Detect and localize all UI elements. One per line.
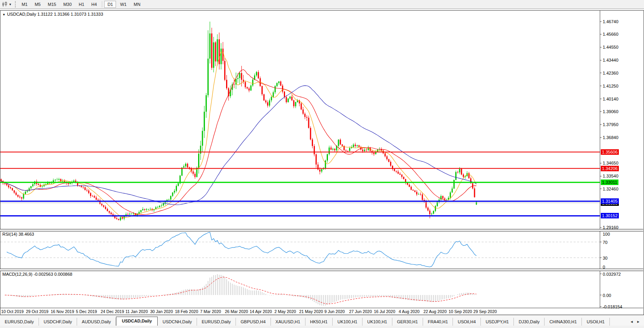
chart-tab-xauusd-h1[interactable]: XAUUSD,H1	[271, 318, 305, 326]
chart-tab-hk50-h1[interactable]: HK50,H1	[305, 318, 333, 326]
tab-scroll-arrows: ◄ ►	[627, 319, 644, 326]
chart-type-dropdown-arrow[interactable]: ▼	[9, 3, 12, 6]
chart-tab-eurusd-daily[interactable]: EURUSD,Daily	[0, 318, 39, 326]
timeframe-button-m1[interactable]: M1	[18, 1, 31, 8]
timeframe-toolbar: ▼ M1M5M15M30H1H4D1W1MN	[0, 0, 644, 9]
date-tick-label: 7 Mar 2020	[200, 309, 221, 314]
timeframe-button-m5[interactable]: M5	[31, 1, 44, 8]
date-tick-label: 29 Sep 2020	[473, 309, 497, 314]
rsi-label: RSI(14) 38.4663	[2, 232, 34, 236]
chart-tab-dj30-daily[interactable]: DJ30,Daily	[514, 318, 545, 326]
date-tick-label: 14 Apr 2020	[250, 309, 272, 314]
chart-tab-usdcad-daily[interactable]: USDCAD,Daily	[116, 317, 158, 326]
status-strip	[0, 326, 644, 328]
chart-tab-uk100-h1[interactable]: UK100,H1	[333, 318, 362, 326]
date-tick-label: 27 Jun 2020	[349, 309, 372, 314]
pane-splitter[interactable]	[0, 229, 643, 231]
date-tick-label: 5 Dec 2019	[76, 309, 97, 314]
timeframe-buttons: M1M5M15M30H1H4D1W1MN	[18, 1, 144, 8]
chart-tab-usoil-h4[interactable]: USOil,H4	[453, 318, 481, 326]
date-tick-label: 18 Feb 2020	[175, 309, 198, 314]
tab-scroll-right-icon[interactable]: ►	[635, 319, 642, 324]
chart-plot-area[interactable]	[0, 11, 600, 229]
date-tick-label: 10 Oct 2019	[1, 309, 24, 314]
date-tick-label: 10 Sep 2020	[449, 309, 472, 314]
date-tick-label: 9 Jun 2020	[324, 309, 345, 314]
timeframe-button-h1[interactable]: H1	[75, 1, 87, 8]
date-tick-label: 11 Jan 2020	[125, 309, 148, 314]
timeframe-button-d1[interactable]: D1	[104, 1, 116, 8]
chart-tab-ger30-h1[interactable]: GER30,H1	[392, 318, 423, 326]
chart-tab-usdcnh-daily[interactable]: USDCNH,Daily	[158, 318, 197, 326]
chart-tab-audusd-daily[interactable]: AUDUSD,Daily	[77, 318, 116, 326]
timeframe-button-h4[interactable]: H4	[88, 1, 100, 8]
chart-tab-usdchf-daily[interactable]: USDCHF,Daily	[39, 318, 77, 326]
date-tick-label: 22 Aug 2020	[423, 309, 447, 314]
date-tick-label: 2 May 2020	[274, 309, 296, 314]
date-tick-label: 29 Oct 2019	[26, 309, 48, 314]
toolbar-grip[interactable]	[15, 1, 16, 7]
macd-label: MACD(12,26,9) -0.002563 0.000868	[2, 272, 72, 277]
date-tick-label: 4 Aug 2020	[399, 309, 420, 314]
timeframe-button-m30[interactable]: M30	[60, 1, 75, 8]
chart-tab-bar: EURUSD,DailyUSDCHF,DailyAUDUSD,DailyUSDC…	[0, 315, 644, 326]
chart-tab-fra40-h1[interactable]: FRA40,H1	[423, 318, 453, 326]
chart-tab-uk100-h1[interactable]: UK100,H1	[362, 318, 392, 326]
date-tick-label: 30 Jan 2020	[150, 309, 173, 314]
candlestick-chart-icon[interactable]	[1, 1, 8, 7]
date-tick-label: 21 May 2020	[299, 309, 323, 314]
price-axis[interactable]	[600, 11, 643, 308]
date-tick-label: 24 Dec 2019	[101, 309, 124, 314]
mt4-terminal: ▼ M1M5M15M30H1H4D1W1MN ▼USDCAD,Daily 1.3…	[0, 0, 644, 328]
timeframe-button-mn[interactable]: MN	[131, 1, 144, 8]
chart-tab-eurusd-daily[interactable]: EURUSD,Daily	[197, 318, 236, 326]
chart-tab-gbpusd-h4[interactable]: GBPUSD,H4	[236, 318, 271, 326]
date-tick-label: 26 Mar 2020	[225, 309, 248, 314]
tab-scroll-left-icon[interactable]: ◄	[628, 319, 635, 324]
pane-splitter[interactable]	[0, 269, 643, 271]
chart-tabs: EURUSD,DailyUSDCHF,DailyAUDUSD,DailyUSDC…	[0, 317, 610, 326]
timeframe-button-w1[interactable]: W1	[117, 1, 130, 8]
chart-tab-usdjpy-h1[interactable]: USDJPY,H1	[481, 318, 514, 326]
timeframe-button-m15[interactable]: M15	[44, 1, 59, 8]
chart-tab-usoil-h1[interactable]: USOil,H1	[582, 318, 610, 326]
toolbar-separator	[102, 1, 102, 7]
date-tick-label: 16 Nov 2019	[51, 309, 74, 314]
date-tick-label: 16 Jul 2020	[374, 309, 395, 314]
chart-tab-china300-h1[interactable]: CHINA300,H1	[545, 318, 582, 326]
